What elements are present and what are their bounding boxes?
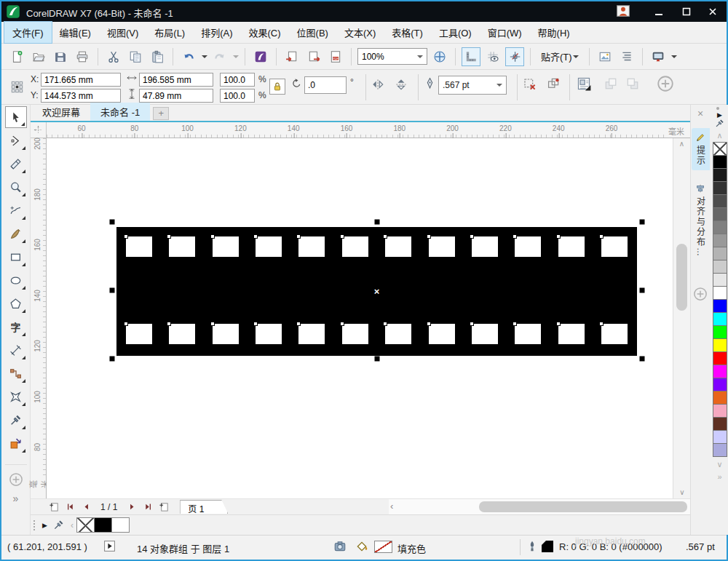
menu-item[interactable]: 布局(L): [146, 22, 193, 43]
vertical-ruler[interactable]: 毫米 20018016014012010080: [31, 138, 47, 498]
presentation-dropdown[interactable]: [671, 55, 677, 61]
docker-tab-align-distribute[interactable]: 对齐与分布…: [692, 179, 710, 262]
canvas[interactable]: ×: [47, 138, 673, 498]
crop-tool[interactable]: [5, 153, 27, 175]
quick-customize-toolbox-button[interactable]: [5, 464, 27, 487]
color-swatch[interactable]: [713, 391, 727, 405]
last-page-button[interactable]: [141, 501, 155, 514]
open-button[interactable]: [29, 47, 48, 66]
horizontal-scroll-thumb[interactable]: [479, 501, 687, 512]
color-swatch[interactable]: [713, 207, 727, 221]
edit-fill-button[interactable]: [546, 77, 560, 91]
mirror-horizontal-button[interactable]: [371, 78, 384, 91]
color-swatch[interactable]: [713, 247, 727, 260]
color-swatch[interactable]: [713, 351, 727, 365]
menu-item[interactable]: 排列(A): [193, 22, 240, 43]
color-swatch[interactable]: [713, 181, 727, 195]
color-swatch[interactable]: [713, 194, 727, 208]
menu-item[interactable]: 帮助(H): [530, 22, 578, 43]
menu-item[interactable]: 视图(V): [99, 22, 146, 43]
previous-page-button[interactable]: [79, 501, 93, 514]
save-button[interactable]: [51, 47, 70, 66]
object-height-field[interactable]: [139, 89, 213, 103]
object-width-field[interactable]: [139, 73, 213, 87]
vertical-scrollbar[interactable]: ∧ ∨: [673, 138, 690, 498]
import-button[interactable]: [282, 47, 301, 66]
selection-handle[interactable]: [640, 220, 645, 225]
status-flyout-button[interactable]: [103, 540, 116, 552]
color-swatch[interactable]: [713, 417, 727, 431]
color-swatch[interactable]: [94, 517, 112, 533]
undo-button[interactable]: [179, 47, 198, 66]
fill-bucket-icon[interactable]: [355, 540, 368, 553]
rectangle-tool[interactable]: [5, 246, 27, 268]
docker-close-icon[interactable]: ×: [691, 105, 710, 119]
color-swatch[interactable]: [713, 430, 727, 444]
first-page-button[interactable]: [63, 501, 77, 514]
connector-tool[interactable]: [5, 362, 27, 384]
smart-fill-tool[interactable]: [5, 432, 27, 454]
new-tab-button[interactable]: +: [153, 107, 169, 120]
grid-toggle-button[interactable]: [483, 47, 502, 66]
fill-color-swatch[interactable]: [374, 541, 392, 553]
docker-tab-hints[interactable]: 提示: [692, 128, 710, 170]
polygon-tool[interactable]: [5, 293, 27, 314]
presentation-button[interactable]: [649, 47, 668, 66]
vertical-scroll-thumb[interactable]: [676, 244, 687, 311]
color-swatch[interactable]: [713, 312, 727, 326]
color-swatch[interactable]: [713, 365, 727, 378]
to-back-button[interactable]: [604, 77, 617, 90]
menu-item[interactable]: 编辑(E): [52, 22, 99, 43]
add-page-button[interactable]: [157, 501, 171, 514]
redo-dropdown[interactable]: [233, 55, 239, 61]
snap-toggle-button[interactable]: [505, 47, 524, 66]
color-swatch[interactable]: [713, 260, 727, 274]
color-eyedropper-tool[interactable]: [5, 409, 27, 431]
outline-width-combo[interactable]: .567 pt: [438, 76, 507, 95]
menu-item[interactable]: 位图(B): [289, 22, 336, 43]
rotation-angle-field[interactable]: [304, 76, 347, 94]
copy-button[interactable]: [126, 47, 145, 66]
page-1-tab[interactable]: 页 1: [180, 500, 228, 514]
shape-tool[interactable]: [5, 130, 27, 151]
y-position-field[interactable]: [41, 89, 121, 103]
selection-handle[interactable]: [375, 220, 380, 225]
publish-pdf-button[interactable]: PDF: [326, 47, 345, 66]
maximize-button[interactable]: [674, 1, 699, 22]
no-color-swatch[interactable]: [76, 517, 95, 533]
menu-item[interactable]: 效果(C): [241, 22, 289, 43]
text-tool[interactable]: 字: [5, 316, 27, 338]
membership-user-icon[interactable]: [617, 4, 630, 17]
print-button[interactable]: [73, 47, 92, 66]
to-front-button[interactable]: [626, 77, 639, 90]
scroll-up-icon[interactable]: ∧: [673, 138, 690, 150]
selection-handle[interactable]: [375, 357, 380, 362]
menu-item[interactable]: 窗口(W): [480, 22, 530, 43]
horizontal-ruler[interactable]: 毫米 6080100120140160180200220240260: [47, 122, 690, 138]
toolbox-overflow-button[interactable]: »: [1, 493, 30, 504]
redo-button[interactable]: [210, 47, 229, 66]
menu-item[interactable]: 文本(X): [336, 22, 384, 43]
menu-item[interactable]: 文件(F): [4, 22, 52, 43]
minimize-button[interactable]: [646, 1, 671, 22]
selection-handle[interactable]: [110, 288, 115, 293]
color-swatch[interactable]: [713, 404, 727, 418]
scroll-left-icon[interactable]: ‹: [390, 501, 393, 512]
outline-pen-icon[interactable]: [526, 540, 539, 553]
export-preview-icon[interactable]: [333, 540, 347, 553]
selection-handle[interactable]: [110, 220, 115, 225]
undo-dropdown[interactable]: [202, 55, 207, 61]
color-swatch[interactable]: [713, 338, 727, 352]
new-document-button[interactable]: [7, 47, 26, 66]
film-strip-object[interactable]: ×: [116, 227, 637, 356]
ellipse-tool[interactable]: [5, 269, 27, 291]
palette-scroll-up-icon[interactable]: ∧: [716, 131, 722, 140]
docker-quick-customize-button[interactable]: [692, 287, 708, 301]
color-swatch[interactable]: [713, 234, 727, 247]
scale-y-field[interactable]: [220, 89, 255, 103]
scale-x-field[interactable]: [220, 73, 255, 87]
color-swatch[interactable]: [713, 443, 727, 457]
eyedropper-icon[interactable]: [53, 520, 64, 530]
options-button[interactable]: [596, 47, 614, 66]
color-swatch[interactable]: [713, 378, 727, 391]
